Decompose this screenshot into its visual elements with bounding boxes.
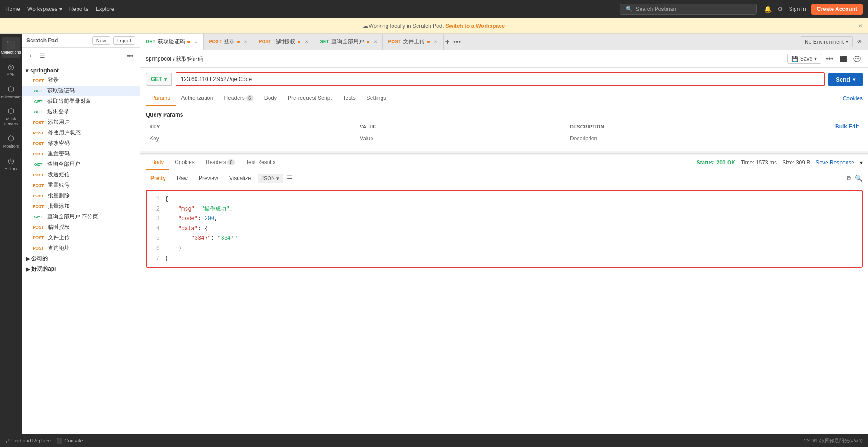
send-button[interactable]: Send ▾ [828, 73, 863, 86]
tab-close-button[interactable]: ✕ [305, 39, 308, 44]
filter-button[interactable]: ☰ [37, 51, 47, 60]
no-environment-button[interactable]: No Environment ▾ [801, 36, 852, 47]
sidebar-item-apis[interactable]: ◎ APIs [2, 60, 20, 80]
tab-get-all-users[interactable]: GET 查询全部用户 ✕ [314, 34, 383, 50]
new-button[interactable]: New [92, 36, 110, 45]
list-item[interactable]: POST 批量添加 [22, 201, 140, 211]
list-item-active[interactable]: GET 获取验证码 [22, 86, 140, 96]
tab-headers[interactable]: Headers 6 [218, 91, 258, 106]
tab-close-button[interactable]: ✕ [373, 39, 377, 44]
environments-icon: ⬡ [8, 85, 14, 93]
more-options-button[interactable]: ••• [124, 51, 135, 60]
response-tab-test-results[interactable]: Test Results [240, 155, 281, 170]
find-replace-button[interactable]: ⇄ Find and Replace [5, 438, 51, 444]
sidebar-item-environments[interactable]: ⬡ Environments [2, 82, 20, 103]
tab-close-button[interactable]: ✕ [244, 39, 248, 44]
tree-group-company[interactable]: ▶ 公司的 [22, 253, 140, 264]
list-item[interactable]: POST 发送短信 [22, 170, 140, 180]
method-badge-post: POST [31, 204, 46, 209]
tab-pre-request-script[interactable]: Pre-request Script [282, 91, 337, 106]
settings-icon[interactable]: ⚙ [777, 5, 783, 13]
console-button[interactable]: ⬛ Console [56, 438, 83, 444]
list-item[interactable]: POST 修改密码 [22, 138, 140, 149]
list-item[interactable]: POST 重置密码 [22, 149, 140, 159]
list-item[interactable]: POST 登录 [22, 75, 140, 86]
tree-folder-springboot[interactable]: ▾ springboot [22, 66, 140, 75]
list-item[interactable]: GET 查询全部用户 不分页 [22, 211, 140, 222]
sidebar-item-collections[interactable]: ⬛ Collections [2, 37, 20, 58]
sidebar-item-monitors[interactable]: ⬡ Monitors [2, 131, 20, 152]
sidebar-item-history[interactable]: ◷ History [2, 154, 20, 174]
tab-post-temp-auth[interactable]: POST 临时授权 ✕ [253, 34, 314, 50]
more-tabs-button[interactable]: ••• [451, 37, 463, 47]
response-tab-cookies[interactable]: Cookies [169, 155, 200, 170]
add-collection-button[interactable]: + [26, 51, 35, 60]
nav-workspaces[interactable]: Workspaces ▾ [27, 6, 62, 12]
tab-authorization[interactable]: Authorization [176, 91, 218, 106]
list-item[interactable]: POST 添加用户 [22, 117, 140, 128]
rb-tab-raw[interactable]: Raw [172, 173, 192, 183]
nav-reports[interactable]: Reports [69, 6, 88, 12]
key-input[interactable] [150, 134, 352, 143]
tab-close-button[interactable]: ✕ [194, 39, 198, 44]
format-select[interactable]: JSON ▾ [258, 174, 283, 183]
tab-tests[interactable]: Tests [337, 91, 361, 106]
rb-tab-preview[interactable]: Preview [194, 173, 223, 183]
tree-group-fun-api[interactable]: ▶ 好玩的api [22, 264, 140, 274]
list-item[interactable]: POST 重置账号 [22, 180, 140, 190]
more-request-options-button[interactable]: ••• [824, 54, 835, 64]
sign-in-button[interactable]: Sign In [789, 6, 806, 12]
response-tab-body[interactable]: Body [146, 155, 169, 170]
response-tab-headers[interactable]: Headers 8 [200, 155, 240, 170]
save-button[interactable]: 💾 Save ▾ [787, 54, 821, 64]
history-icon: ◷ [8, 156, 14, 165]
tab-post-login[interactable]: POST 登录 ✕ [204, 34, 253, 50]
environment-settings-icon[interactable]: 👁 [855, 38, 864, 46]
banner-close-button[interactable]: ✕ [858, 23, 863, 29]
format-icon-button[interactable]: ☰ [287, 175, 293, 182]
nav-home[interactable]: Home [5, 6, 20, 12]
list-item[interactable]: POST 临时授权 [22, 222, 140, 232]
banner-link[interactable]: Switch to a Workspace [445, 23, 505, 29]
sidebar-item-mock-servers[interactable]: ⬡ Mock Servers [2, 104, 20, 129]
list-item[interactable]: POST 查询地址 [22, 243, 140, 253]
item-name: 修改密码 [48, 139, 70, 147]
tab-modified-dot [298, 41, 300, 43]
bulk-edit-button[interactable]: Bulk Edit [835, 123, 859, 130]
save-response-dropdown-icon[interactable]: ▾ [860, 159, 863, 166]
code-view-button[interactable]: ⬛ [838, 55, 849, 63]
tab-settings[interactable]: Settings [361, 91, 392, 106]
method-badge-post: POST [31, 193, 46, 199]
list-item[interactable]: GET 查询全部用户 [22, 159, 140, 170]
list-item[interactable]: POST 批量删除 [22, 190, 140, 201]
nav-explore[interactable]: Explore [96, 6, 114, 12]
search-bar[interactable]: 🔍 Search Postman [620, 4, 757, 15]
apis-icon: ◎ [8, 62, 14, 71]
scratch-pad-banner: ☁ Working locally in Scratch Pad. Switch… [0, 18, 868, 34]
add-tab-button[interactable]: + [444, 37, 451, 47]
value-input[interactable] [360, 134, 563, 143]
list-item[interactable]: GET 获取当前登录对象 [22, 96, 140, 107]
copy-icon[interactable]: ⧉ [847, 175, 851, 182]
comment-button[interactable]: 💬 [852, 55, 863, 63]
rb-tab-visualize[interactable]: Visualize [225, 173, 256, 183]
method-badge-post: POST [31, 183, 46, 188]
create-account-button[interactable]: Create Account [811, 4, 863, 15]
url-input[interactable] [176, 73, 824, 85]
tab-get-verification[interactable]: GET 获取验证码 ✕ [140, 34, 204, 50]
list-item[interactable]: POST 修改用户状态 [22, 128, 140, 138]
save-response-button[interactable]: Save Response [816, 159, 854, 166]
tab-close-button[interactable]: ✕ [434, 39, 438, 44]
rb-tab-pretty[interactable]: Pretty [146, 173, 170, 183]
search-response-icon[interactable]: 🔍 [855, 175, 863, 182]
tab-params[interactable]: Params [146, 91, 176, 106]
list-item[interactable]: GET 退出登录 [22, 107, 140, 117]
import-button[interactable]: Import [113, 36, 135, 45]
description-input[interactable] [570, 134, 773, 143]
tab-body[interactable]: Body [259, 91, 282, 106]
tab-post-upload[interactable]: POST 文件上传 ✕ [383, 34, 444, 50]
list-item[interactable]: POST 文件上传 [22, 232, 140, 243]
notification-icon[interactable]: 🔔 [764, 5, 772, 13]
method-select[interactable]: GET ▾ [146, 73, 172, 86]
cookies-link[interactable]: Cookies [843, 95, 863, 102]
